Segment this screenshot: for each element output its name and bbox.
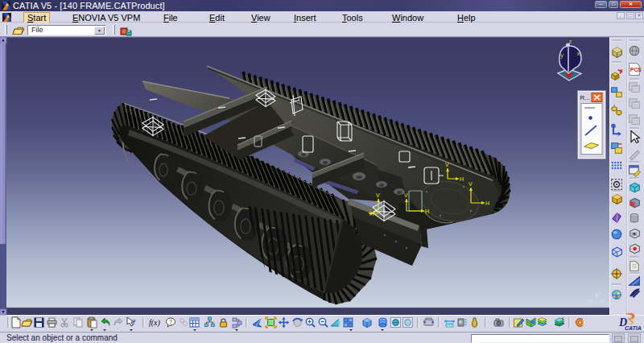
svg-text:x: x <box>605 299 608 306</box>
svg-text:z: z <box>598 289 601 296</box>
svg-text:?: ? <box>169 319 172 324</box>
svg-text:f(x): f(x) <box>149 318 161 328</box>
svg-text:PCS: PCS <box>630 67 642 72</box>
svg-text:H: H <box>485 200 489 206</box>
svg-text:V: V <box>376 192 380 198</box>
svg-text:H: H <box>369 211 374 217</box>
svg-text:H: H <box>460 176 464 182</box>
svg-text:H: H <box>425 209 429 214</box>
svg-text:x: x <box>577 50 580 57</box>
svg-text:V: V <box>469 181 473 187</box>
svg-text:V: V <box>445 162 449 167</box>
svg-text:R...: R... <box>580 94 590 101</box>
svg-text:z: z <box>569 38 572 45</box>
svg-text:?: ? <box>132 318 136 326</box>
svg-text:y: y <box>560 52 564 59</box>
svg-text:V: V <box>404 192 408 198</box>
svg-text:y: y <box>585 299 588 306</box>
svg-text:CATIA: CATIA <box>625 325 642 331</box>
